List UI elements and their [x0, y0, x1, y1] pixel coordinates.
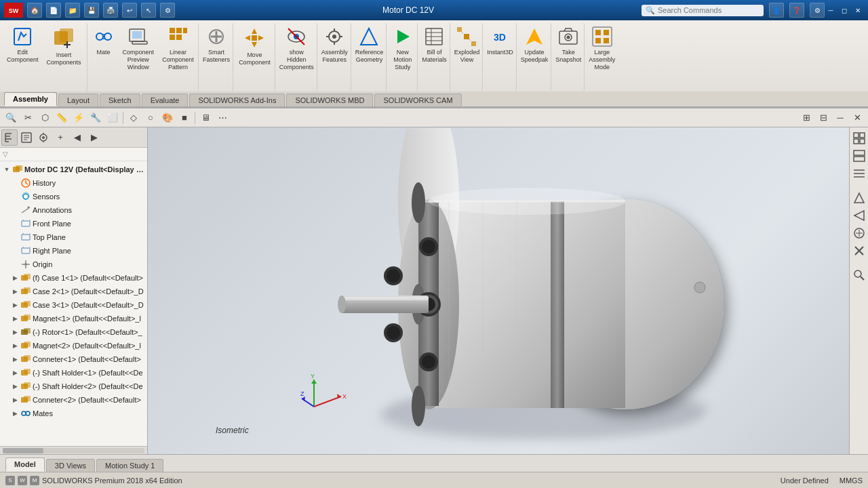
- tree-origin[interactable]: Origin: [0, 258, 147, 271]
- toolbar-circle[interactable]: ○: [142, 110, 159, 125]
- sidebar-tab-config[interactable]: [35, 129, 52, 146]
- quick-access-select[interactable]: ↖: [141, 3, 156, 18]
- ribbon-motion-study[interactable]: NewMotionStudy: [388, 23, 418, 92]
- ribbon-linear-pattern[interactable]: Linear ComponentPattern: [158, 23, 199, 92]
- quick-access-new[interactable]: 📄: [46, 3, 61, 18]
- toolbar-close[interactable]: ✕: [849, 110, 865, 125]
- sidebar-tab-property[interactable]: [18, 129, 35, 146]
- ribbon-bom[interactable]: Bill ofMaterials: [419, 23, 450, 92]
- ribbon-show-hidden[interactable]: show HiddenComponents: [277, 23, 317, 92]
- quick-access-save[interactable]: 💾: [84, 3, 99, 18]
- tree-magnet2[interactable]: ▶ Magnet<2> (Default<<Default>_l: [0, 339, 147, 352]
- quick-access-options[interactable]: ⚙: [160, 3, 175, 18]
- ribbon-snapshot[interactable]: TakeSnapshot: [553, 23, 585, 92]
- right-panel-search[interactable]: [851, 267, 867, 283]
- toolbar-paint[interactable]: 🎨: [159, 110, 176, 125]
- tab-layout[interactable]: Layout: [58, 94, 98, 106]
- sidebar-tab-dxf[interactable]: +: [52, 129, 68, 146]
- ribbon-component-preview[interactable]: ComponentPreviewWindow: [120, 23, 157, 92]
- tree-shaft-holder1[interactable]: ▶ (-) Shaft Holder<1> (Default<<De: [0, 366, 147, 380]
- tree-conneter1[interactable]: ▶ Conneter<1> (Default<<Default>: [0, 352, 147, 366]
- toolbar-sphere[interactable]: ◇: [125, 110, 142, 125]
- tree-hscroll[interactable]: [0, 446, 147, 454]
- toolbar-more[interactable]: ⋯: [214, 110, 231, 125]
- tree-magnet1[interactable]: ▶ Magnet<1> (Default<<Default>_l: [0, 312, 147, 325]
- toolbar-cube[interactable]: ⬜: [104, 110, 121, 125]
- right-panel-view1[interactable]: [851, 130, 867, 146]
- quick-access-home[interactable]: 🏠: [27, 3, 42, 18]
- minimize-button[interactable]: ─: [825, 5, 837, 16]
- quick-access-undo[interactable]: ↩: [122, 3, 137, 18]
- bottom-tab-3dviews[interactable]: 3D Views: [46, 459, 95, 472]
- toolbar-monitor[interactable]: 🖥: [197, 110, 214, 125]
- toolbar-maximize[interactable]: ⊞: [798, 110, 814, 125]
- tree-annotations[interactable]: Annotations: [0, 203, 147, 217]
- status-indicator-1[interactable]: S: [5, 476, 15, 485]
- search-box[interactable]: 🔍: [642, 5, 764, 16]
- quick-access-print[interactable]: 🖨️: [103, 3, 118, 18]
- toolbar-trim[interactable]: ✂: [20, 110, 36, 125]
- bottom-tab-motion-study[interactable]: Motion Study 1: [96, 459, 163, 472]
- quick-access-open[interactable]: 📁: [65, 3, 80, 18]
- close-button[interactable]: ✕: [852, 5, 864, 16]
- ribbon-smart-fasteners[interactable]: SmartFasteners: [200, 23, 233, 92]
- sidebar-tab-feature-tree[interactable]: [1, 129, 18, 146]
- toolbar-black-square[interactable]: ■: [176, 110, 193, 125]
- restore-button[interactable]: ◻: [838, 5, 850, 16]
- tab-assembly[interactable]: Assembly: [4, 92, 57, 106]
- ribbon-move-component[interactable]: MoveComponent: [235, 23, 275, 92]
- ribbon-exploded-view[interactable]: ExplodedView: [452, 23, 484, 92]
- right-panel-nav2[interactable]: [851, 207, 867, 224]
- search-input[interactable]: [658, 6, 753, 14]
- right-panel-nav3[interactable]: [851, 225, 867, 241]
- tree-history[interactable]: History: [0, 176, 147, 190]
- toolbar-measure[interactable]: 📏: [54, 110, 70, 125]
- ribbon-edit-component[interactable]: EditComponent: [4, 23, 41, 92]
- tree-case3[interactable]: ▶ Case 3<1> (Default<<Default>_D: [0, 298, 147, 312]
- tree-right-plane[interactable]: Right Plane: [0, 244, 147, 258]
- ribbon-mate[interactable]: Mate: [89, 23, 119, 92]
- tree-shaft-holder2[interactable]: ▶ (-) Shaft Holder<2> (Default<<De: [0, 380, 147, 393]
- right-panel-nav4[interactable]: [851, 243, 867, 259]
- status-indicator-3[interactable]: M: [30, 476, 39, 485]
- help-icon[interactable]: ❓: [789, 3, 804, 18]
- tab-solidworks-addins[interactable]: SOLIDWORKS Add-Ins: [189, 94, 285, 106]
- tab-sketch[interactable]: Sketch: [100, 94, 140, 106]
- tree-root[interactable]: ▼ Motor DC 12V (Default<Display State-: [0, 163, 147, 176]
- tree-rotor[interactable]: ▶ (-) Rotor<1> (Default<<Default>_: [0, 325, 147, 339]
- tree-front-plane[interactable]: Front Plane: [0, 217, 147, 230]
- toolbar-magnet[interactable]: 🔧: [87, 110, 104, 125]
- sidebar-expand-right[interactable]: ▶: [86, 129, 102, 146]
- tree-case1[interactable]: ▶ (f) Case 1<1> (Default<<Default>: [0, 271, 147, 285]
- ribbon-instant3d[interactable]: 3D Instant3D: [484, 23, 517, 92]
- tree-conneter2[interactable]: ▶ Conneter<2> (Default<<Default>: [0, 393, 147, 407]
- user-icon[interactable]: 👤: [769, 3, 784, 18]
- viewport[interactable]: X Y Z Isometric: [148, 127, 849, 454]
- toolbar-hex[interactable]: ⬡: [37, 110, 53, 125]
- tree-content[interactable]: ▼ Motor DC 12V (Default<Display State- H…: [0, 161, 147, 446]
- toolbar-search[interactable]: 🔍: [3, 110, 19, 125]
- ribbon-large-assembly[interactable]: LargeAssemblyMode: [586, 23, 618, 92]
- tree-case2[interactable]: ▶ Case 2<1> (Default<<Default>_D: [0, 285, 147, 298]
- tree-top-plane[interactable]: Top Plane: [0, 230, 147, 244]
- solidworks-options[interactable]: ⚙: [810, 3, 825, 18]
- ribbon-insert-components[interactable]: InsertComponents: [43, 23, 87, 92]
- tab-solidworks-mbd[interactable]: SOLIDWORKS MBD: [286, 94, 373, 106]
- hscroll-thumb[interactable]: [3, 448, 43, 453]
- right-panel-view3[interactable]: [851, 165, 867, 182]
- sidebar-collapse-left[interactable]: ◀: [69, 129, 85, 146]
- tree-sensors[interactable]: Sensors: [0, 190, 147, 203]
- tree-mates[interactable]: ▶ Mates: [0, 407, 147, 420]
- toolbar-filter[interactable]: ⚡: [71, 110, 87, 125]
- ribbon-assembly-features[interactable]: AssemblyFeatures: [319, 23, 351, 92]
- tab-evaluate[interactable]: Evaluate: [142, 94, 189, 106]
- toolbar-restore[interactable]: ─: [832, 110, 848, 125]
- ribbon-reference-geometry[interactable]: ReferenceGeometry: [353, 23, 387, 92]
- bottom-tab-model[interactable]: Model: [5, 458, 45, 472]
- ribbon-speedpak[interactable]: UpdateSpeedpak: [518, 23, 552, 92]
- status-indicator-2[interactable]: W: [18, 476, 27, 485]
- tab-solidworks-cam[interactable]: SOLIDWORKS CAM: [374, 94, 461, 106]
- right-panel-nav1[interactable]: [851, 190, 867, 206]
- toolbar-tile[interactable]: ⊟: [815, 110, 831, 125]
- right-panel-view2[interactable]: [851, 148, 867, 164]
